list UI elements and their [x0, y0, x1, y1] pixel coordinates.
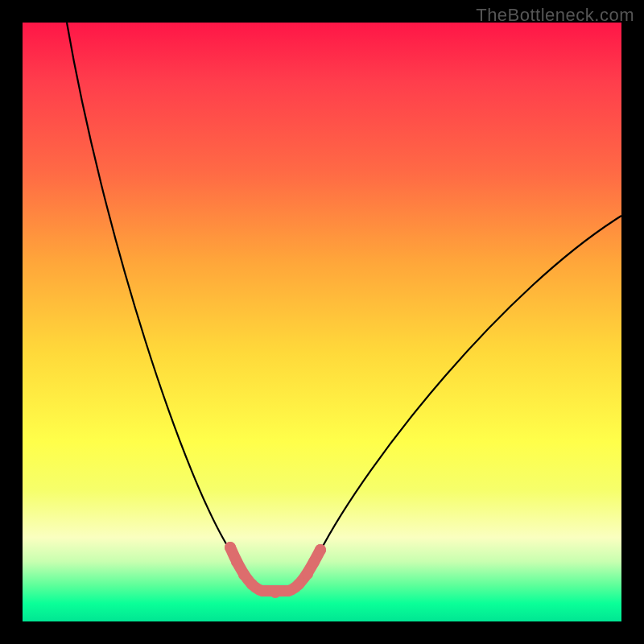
svg-point-6 [283, 585, 294, 597]
watermark-text: TheBottleneck.com [476, 5, 634, 26]
svg-point-9 [308, 556, 320, 568]
svg-point-4 [257, 585, 268, 597]
svg-point-3 [246, 579, 258, 590]
svg-point-10 [315, 544, 326, 555]
svg-point-2 [238, 569, 250, 580]
curve-path [67, 23, 621, 591]
svg-point-5 [270, 587, 281, 598]
chart-frame: TheBottleneck.com [0, 0, 644, 644]
svg-point-8 [302, 568, 313, 580]
svg-point-0 [225, 542, 236, 553]
svg-point-1 [231, 556, 242, 568]
bottleneck-curve [23, 23, 621, 621]
plot-area [23, 23, 621, 621]
svg-point-7 [293, 579, 304, 590]
